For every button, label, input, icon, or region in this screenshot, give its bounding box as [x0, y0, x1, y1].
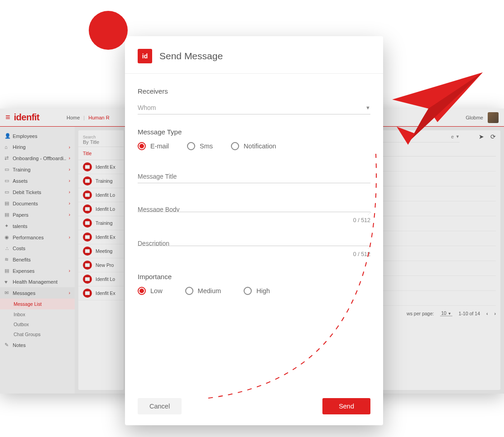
sidebar-item[interactable]: ✉Messages› — [0, 287, 75, 299]
send-button[interactable]: Send — [322, 398, 370, 414]
importance-radiogroup: LowMediumHigh — [138, 287, 370, 295]
sidebar-item[interactable]: ≋Benefits — [0, 254, 75, 265]
sidebar-subitem[interactable]: Message List — [0, 299, 75, 309]
sidebar-item-label: Assets — [13, 178, 28, 184]
chevron-down-icon: ▼ — [448, 312, 451, 316]
radio-option[interactable]: Low — [138, 287, 163, 295]
rows-per-page-select[interactable]: 10 ▼ — [440, 310, 452, 316]
message-body-field[interactable]: ⋰ 0 / 512 — [138, 203, 370, 223]
chevron-right-icon: › — [69, 190, 70, 195]
breadcrumb-home[interactable]: Home — [67, 115, 80, 120]
radio-ring-icon — [187, 142, 195, 150]
message-list-row[interactable]: Meeting — [78, 244, 124, 258]
description-field[interactable]: ⋰ 0 / 512 — [138, 237, 370, 257]
next-page-button[interactable]: › — [494, 311, 496, 316]
message-title: Meeting — [96, 248, 112, 254]
sidebar-item[interactable]: ▤Documents› — [0, 198, 75, 209]
radio-ring-icon — [138, 142, 146, 150]
message-type-label: Message Type — [138, 128, 370, 136]
page-range: 1-10 of 14 — [459, 311, 480, 316]
sidebar-item-icon: ⛬ — [5, 246, 10, 251]
message-title: Idenfit Ex — [96, 290, 115, 296]
sidebar-item[interactable]: ✎Notes — [0, 339, 75, 351]
send-icon[interactable]: ➤ — [479, 133, 484, 140]
radio-option[interactable]: Sms — [187, 142, 213, 150]
message-icon — [83, 233, 92, 242]
message-icon — [83, 261, 92, 270]
sidebar-item-icon: ✦ — [5, 223, 10, 229]
sidebar-item-label: Health Management — [13, 279, 58, 285]
sidebar-item[interactable]: ⇄Onboarding - Offboardi..› — [0, 152, 75, 164]
message-list-row[interactable]: Idenfit Lo — [78, 202, 124, 216]
message-list-row[interactable]: Idenfit Lo — [78, 188, 124, 202]
radio-option[interactable]: Medium — [185, 287, 221, 295]
sidebar-item[interactable]: ▤Expenses› — [0, 265, 75, 276]
whom-select[interactable]: Whom ▼ — [138, 100, 370, 114]
search-label: Search — [83, 135, 119, 139]
sidebar-item[interactable]: ▭Debit Tickets› — [0, 186, 75, 198]
message-type-radiogroup: E-mailSmsNotification — [138, 142, 370, 150]
logo-icon: id — [138, 49, 152, 63]
message-title-field[interactable] — [138, 170, 370, 183]
chevron-right-icon: › — [69, 145, 70, 150]
radio-option[interactable]: High — [244, 287, 270, 295]
sidebar-item[interactable]: ▭Training› — [0, 164, 75, 175]
message-list-row[interactable]: Training — [78, 174, 124, 188]
modal-header: id Send Message — [125, 36, 383, 74]
description-input[interactable] — [138, 237, 370, 246]
chevron-right-icon: › — [69, 268, 70, 273]
rows-per-page-label: ws per page: — [407, 311, 434, 316]
sidebar-item[interactable]: ✦talents — [0, 220, 75, 232]
message-icon — [83, 289, 92, 298]
sidebar: 👤Employees⌂Hiring›⇄Onboarding - Offboard… — [0, 127, 75, 394]
message-title: Training — [96, 178, 113, 184]
message-list-row[interactable]: Idenfit Ex — [78, 286, 124, 300]
sidebar-item[interactable]: ♥Health Management — [0, 276, 75, 287]
sidebar-item-icon: ⌂ — [5, 144, 10, 150]
sidebar-item[interactable]: 👤Employees — [0, 130, 75, 142]
importance-label: Importance — [138, 273, 370, 280]
sidebar-item-label: Notes — [13, 342, 26, 348]
sidebar-item-label: Onboarding - Offboardi.. — [13, 156, 66, 161]
message-list-row[interactable]: Idenfit Ex — [78, 230, 124, 244]
avatar[interactable] — [488, 112, 499, 123]
prev-page-button[interactable]: ‹ — [486, 311, 488, 316]
sidebar-subitem[interactable]: Chat Groups — [0, 329, 75, 339]
message-list-row[interactable]: Idenfit Ex — [78, 160, 124, 174]
sidebar-item-icon: ▭ — [5, 178, 10, 184]
radio-ring-icon — [138, 287, 146, 295]
sidebar-item[interactable]: ▭Assets› — [0, 175, 75, 186]
sidebar-item-icon: ▤ — [5, 268, 10, 274]
sidebar-item-icon: ⇄ — [5, 155, 10, 161]
search-placeholder: By Title — [83, 139, 119, 145]
message-icon — [83, 247, 92, 256]
cancel-button[interactable]: Cancel — [138, 398, 182, 414]
radio-label: E-mail — [150, 142, 169, 150]
sidebar-item-icon: ≋ — [5, 256, 10, 262]
message-list-row[interactable]: Training — [78, 216, 124, 230]
sidebar-item[interactable]: ◉Performances› — [0, 232, 75, 243]
sidebar-item-icon: ▤ — [5, 200, 10, 206]
sidebar-subitem[interactable]: Inbox — [0, 309, 75, 319]
sidebar-item[interactable]: ⛬Costs — [0, 243, 75, 254]
title-column-header: Title — [78, 147, 124, 160]
breadcrumb-current[interactable]: Human R — [88, 115, 109, 120]
message-body-input[interactable] — [138, 203, 370, 212]
menu-icon[interactable]: ≡ — [5, 113, 10, 122]
sidebar-item-label: Employees — [13, 133, 37, 139]
description-counter: 0 / 512 — [138, 251, 370, 257]
modal-title: Send Message — [159, 51, 223, 62]
user-name[interactable]: Globme — [466, 115, 483, 120]
message-list-row[interactable]: New Pro — [78, 258, 124, 272]
refresh-icon[interactable]: ⟳ — [490, 133, 496, 140]
sidebar-item[interactable]: ⌂Hiring› — [0, 142, 75, 152]
sidebar-item[interactable]: ▤Papers› — [0, 209, 75, 220]
message-title-input[interactable] — [138, 170, 370, 183]
search-box[interactable]: Search By Title — [78, 133, 124, 147]
breadcrumb-sep: | — [83, 115, 85, 120]
radio-option[interactable]: Notification — [231, 142, 276, 150]
message-list-row[interactable]: Idenfit Lo — [78, 272, 124, 286]
radio-option[interactable]: E-mail — [138, 142, 169, 150]
sidebar-subitem[interactable]: Outbox — [0, 319, 75, 329]
sidebar-item-label: Debit Tickets — [13, 190, 41, 195]
